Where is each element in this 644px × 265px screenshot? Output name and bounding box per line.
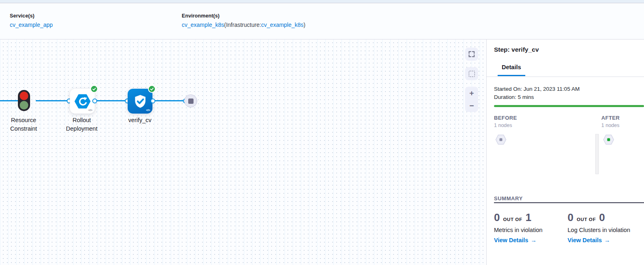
- after-list-scrollbar[interactable]: [595, 134, 599, 174]
- summary-heading: SUMMARY: [494, 195, 523, 201]
- zoom-in-button[interactable]: +: [469, 89, 474, 97]
- node-stage-end[interactable]: [184, 94, 197, 107]
- environment-link[interactable]: cv_example_k8s: [182, 22, 224, 28]
- metrics-summary: 0 OUT OF 1 Metrics in violation View Det…: [494, 211, 542, 243]
- logs-out-of-label: OUT OF: [577, 217, 596, 222]
- execution-view: Service(s) cv_example_app Environment(s)…: [0, 0, 644, 265]
- connector-rollout-out: [92, 99, 97, 103]
- metrics-caption: Metrics in violation: [494, 227, 542, 233]
- logs-view-details-link[interactable]: View Details →: [568, 237, 630, 243]
- environment-field: Environment(s) cv_example_k8s(Infrastruc…: [182, 13, 305, 28]
- k8s-rollout-icon: [74, 94, 91, 109]
- summary-divider: [494, 202, 644, 203]
- tab-details[interactable]: Details: [498, 64, 525, 76]
- before-section: BEFORE 1 nodes: [494, 115, 517, 128]
- pipeline-canvas[interactable]: </> </> Resource Constraint Rollout Depl…: [0, 39, 486, 265]
- node-verify-cv[interactable]: </>: [128, 89, 152, 114]
- node-label-resource-constraint: Resource Constraint: [1, 116, 46, 133]
- logs-summary: 0 OUT OF 0 Log Clusters in violation Vie…: [568, 211, 630, 243]
- stop-square-icon: [188, 99, 194, 104]
- metrics-current-count: 0: [494, 211, 500, 224]
- service-link[interactable]: cv_example_app: [10, 22, 53, 28]
- hexagon-node-icon: [495, 134, 507, 145]
- edge-verify-to-end: [153, 100, 186, 101]
- service-field: Service(s) cv_example_app: [10, 13, 53, 28]
- before-node-hexagon[interactable]: [495, 134, 507, 147]
- panel-tabs: Details: [487, 62, 644, 77]
- logs-caption: Log Clusters in violation: [568, 227, 630, 233]
- edge-constraint-to-rollout: [36, 100, 70, 101]
- infrastructure-link[interactable]: cv_example_k8s: [261, 22, 303, 28]
- infrastructure-prefix: (Infrastructure:: [224, 22, 261, 28]
- edge-start: [0, 100, 19, 101]
- step-meta: Started On: Jun 21, 2023 11:05 AM Durati…: [494, 85, 580, 101]
- verification-progress-bar: [494, 105, 644, 107]
- after-heading: AFTER: [601, 115, 620, 121]
- after-node-hexagon[interactable]: [603, 134, 614, 147]
- execution-header: Service(s) cv_example_app Environment(s)…: [0, 4, 644, 39]
- traffic-light-red-icon: [20, 92, 28, 100]
- before-node-count: 1 nodes: [494, 123, 517, 128]
- infrastructure-suffix: ): [304, 22, 306, 28]
- success-badge-icon: [148, 85, 156, 93]
- view-details-label: View Details: [568, 237, 602, 243]
- arrow-right-icon: →: [604, 237, 610, 243]
- edge-rollout-to-verify: [95, 100, 128, 101]
- logs-total-count: 0: [599, 211, 605, 224]
- zoom-to-fit-button[interactable]: [465, 48, 478, 61]
- node-rollout-deployment[interactable]: </>: [70, 89, 95, 114]
- node-resource-constraint[interactable]: [18, 90, 30, 111]
- marquee-select-button[interactable]: [465, 67, 478, 80]
- view-details-label: View Details: [494, 237, 528, 243]
- connector-verify-out: [150, 99, 155, 103]
- dashed-square-icon: [469, 71, 475, 77]
- before-heading: BEFORE: [494, 115, 517, 121]
- success-badge-icon: [90, 85, 98, 93]
- arrow-right-icon: →: [531, 237, 537, 243]
- top-accent-strip: [0, 0, 644, 3]
- expand-corners-icon: [468, 50, 475, 58]
- after-section: AFTER 1 nodes: [601, 115, 620, 128]
- verify-shield-icon: [133, 94, 148, 109]
- code-template-icon: </>: [88, 108, 92, 112]
- node-label-verify-cv: verify_cv: [117, 116, 163, 125]
- traffic-light-green-icon: [20, 101, 28, 110]
- metrics-total-count: 1: [526, 211, 531, 224]
- zoom-control-group: + −: [465, 87, 478, 112]
- duration-text: Duration: 5 mins: [494, 93, 580, 101]
- logs-current-count: 0: [568, 211, 573, 224]
- panel-title: Step: verify_cv: [494, 46, 539, 53]
- metrics-out-of-label: OUT OF: [503, 217, 522, 222]
- after-node-count: 1 nodes: [601, 123, 620, 128]
- environment-label: Environment(s): [182, 13, 305, 19]
- node-label-rollout: Rollout Deployment: [59, 116, 104, 133]
- metrics-view-details-link[interactable]: View Details →: [494, 237, 542, 243]
- hexagon-node-icon: [603, 134, 614, 145]
- zoom-out-button[interactable]: −: [469, 102, 474, 110]
- service-label: Service(s): [10, 13, 53, 19]
- code-template-icon: </>: [146, 108, 150, 112]
- started-on-text: Started On: Jun 21, 2023 11:05 AM: [494, 85, 580, 93]
- step-details-panel: Step: verify_cv Details Started On: Jun …: [486, 39, 644, 265]
